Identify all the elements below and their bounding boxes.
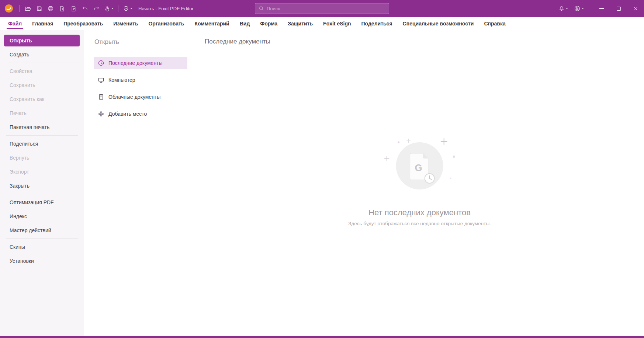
tab-organize[interactable]: Организовать [143,17,189,30]
empty-state-subtitle: Здесь будут отображаться все недавно отк… [348,221,491,226]
sidebar-item-preferences[interactable]: Установки [4,255,80,267]
chevron-down-icon [111,8,114,9]
empty-state: G Нет последних документов Здесь будут о… [348,137,491,226]
sidebar-item-create[interactable]: Создать [4,49,80,60]
clock-icon [98,60,104,66]
sidebar-item-skins[interactable]: Скины [4,241,80,253]
panel-title: Открыть [94,38,187,46]
close-button[interactable] [627,0,644,17]
computer-icon [98,77,104,83]
search-box[interactable] [255,3,389,14]
panel-item-label: Последние документы [108,60,163,66]
tab-edit[interactable]: Изменить [108,17,143,30]
close-icon [633,6,638,11]
chevron-down-icon [582,8,584,9]
sidebar-item-save-as: Сохранить как [4,93,80,105]
divider [19,5,20,12]
undo-button[interactable] [80,3,90,14]
panel-item-cloud-documents[interactable]: Облачные документы [94,91,187,103]
cloud-docs-icon [98,94,104,100]
recent-documents-area: Последние документы G Нет последних [195,30,644,336]
titlebar-left: Начать - Foxit PDF Editor [4,0,194,17]
panel-item-label: Компьютер [108,77,135,83]
tab-form[interactable]: Форма [255,17,283,30]
search-icon [259,6,264,11]
account-button[interactable] [571,0,587,17]
bell-icon [558,6,565,12]
sidebar-item-close[interactable]: Закрыть [4,180,80,192]
sidebar-item-revert: Вернуть [4,152,80,164]
app-window: Начать - Foxit PDF Editor [0,0,644,338]
minimize-icon [599,8,604,9]
panel-item-computer[interactable]: Компьютер [94,74,187,86]
sidebar-item-share[interactable]: Поделиться [4,138,80,150]
svg-text:G: G [415,162,422,173]
maximize-button[interactable] [610,0,627,17]
tab-view[interactable]: Вид [235,17,255,30]
sidebar-item-batch-print[interactable]: Пакетная печать [4,121,80,133]
chevron-down-icon [566,8,568,9]
tab-file[interactable]: Файл [3,17,27,30]
redo-button[interactable] [91,3,101,14]
sidebar-item-action-wizard[interactable]: Мастер действий [4,224,80,236]
save-button[interactable] [34,3,44,14]
sidebar-item-open[interactable]: Открыть [4,35,80,46]
divider [6,63,78,63]
ribbon-tab-bar: Файл Главная Преобразовать Изменить Орга… [0,17,644,30]
tab-accessibility[interactable]: Специальные возможности [398,17,479,30]
file-menu-sidebar: Открыть Создать Свойства Сохранить Сохра… [0,30,84,336]
foxit-logo-icon [4,4,14,13]
tab-convert[interactable]: Преобразовать [58,17,108,30]
bottom-accent-bar [0,336,644,338]
panel-item-add-place[interactable]: Добавить место [94,108,187,120]
export-doc-button[interactable] [57,3,67,14]
search-input[interactable] [267,6,385,11]
sidebar-item-properties: Свойства [4,65,80,77]
open-panel: Открыть Последние документы Компьютер Об… [84,30,195,336]
sidebar-item-print: Печать [4,107,80,119]
tab-home[interactable]: Главная [27,17,58,30]
main-title: Последние документы [205,38,270,45]
tab-comment[interactable]: Комментарий [189,17,234,30]
divider [6,135,78,136]
sidebar-item-export: Экспорт [4,166,80,178]
empty-state-title: Нет последних документов [368,208,471,217]
print-button[interactable] [45,3,56,14]
notifications-button[interactable] [555,0,571,17]
panel-item-label: Облачные документы [108,94,160,100]
tab-help[interactable]: Справка [479,17,510,30]
divider [6,194,78,194]
divider [6,238,78,239]
divider [118,5,118,12]
edit-doc-button[interactable] [68,3,79,14]
sidebar-item-save: Сохранить [4,79,80,91]
backstage-content: Открыть Создать Свойства Сохранить Сохра… [0,30,644,336]
divider [590,5,590,12]
title-bar: Начать - Foxit PDF Editor [0,0,644,17]
titlebar-center [255,3,389,14]
titlebar-right [555,0,644,17]
quick-access-toolbar [22,3,115,14]
panel-item-label: Добавить место [108,111,147,117]
add-place-icon [98,111,104,117]
tab-foxit-esign[interactable]: Foxit eSign [318,17,356,30]
chevron-down-icon [130,8,132,9]
protect-shield-button[interactable] [121,3,134,14]
minimize-button[interactable] [593,0,610,17]
hand-tool-button[interactable] [103,3,115,14]
tab-share[interactable]: Поделиться [356,17,398,30]
sidebar-item-index[interactable]: Индекс [4,210,80,222]
sidebar-item-pdf-optimizer[interactable]: Оптимизация PDF [4,196,80,208]
account-icon [574,5,581,12]
window-title: Начать - Foxit PDF Editor [138,6,194,11]
panel-item-recent-documents[interactable]: Последние документы [94,57,187,69]
tab-protect[interactable]: Защитить [283,17,318,30]
maximize-icon [617,7,621,11]
empty-state-illustration: G [371,137,467,200]
open-button[interactable] [22,3,33,14]
